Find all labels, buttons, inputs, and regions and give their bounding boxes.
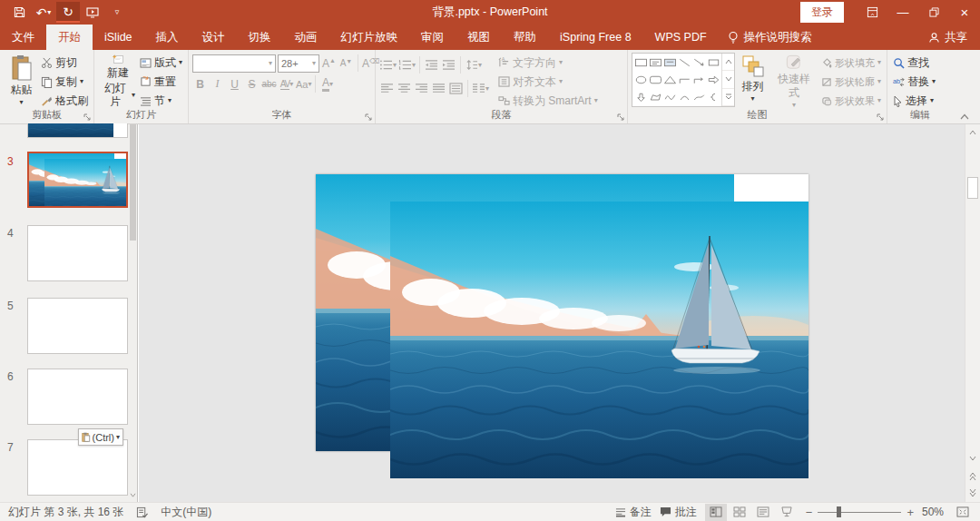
login-button[interactable]: 登录: [800, 2, 844, 23]
collapse-ribbon-button[interactable]: [960, 113, 969, 120]
minimize-button[interactable]: —: [887, 0, 918, 25]
zoom-slider-thumb[interactable]: [837, 506, 841, 517]
zoom-level[interactable]: 50%: [922, 506, 944, 518]
shape-outline-button[interactable]: 形状轮廓 ▾: [819, 73, 883, 91]
tab-wpspdf[interactable]: WPS PDF: [643, 25, 719, 50]
zoom-slider[interactable]: [818, 506, 901, 518]
underline-button[interactable]: U: [227, 75, 242, 93]
decrease-indent-button[interactable]: [424, 56, 439, 74]
slide-4-thumbnail[interactable]: [27, 225, 128, 281]
distribute-button[interactable]: [448, 80, 464, 98]
tab-slideshow[interactable]: 幻灯片放映: [329, 25, 410, 50]
copy-button[interactable]: 复制 ▾: [39, 73, 90, 91]
quick-styles-button[interactable]: 快速样式 ▾: [770, 53, 818, 111]
customize-qat-button[interactable]: ▿: [105, 2, 129, 23]
shape-block-arrow-down-icon[interactable]: [634, 92, 648, 103]
format-painter-button[interactable]: 格式刷: [39, 92, 90, 110]
shape-oval-icon[interactable]: [634, 74, 648, 85]
zoom-in-button[interactable]: +: [906, 506, 914, 519]
smartart-button[interactable]: 转换为 SmartArt ▾: [496, 92, 600, 110]
character-spacing-button[interactable]: AV▾: [279, 75, 294, 93]
slide-3-thumbnail[interactable]: [27, 152, 128, 208]
tab-transitions[interactable]: 切换: [237, 25, 283, 50]
select-button[interactable]: 选择 ▾: [891, 92, 937, 110]
shape-elbow-icon[interactable]: [678, 74, 691, 85]
slideshow-view-button[interactable]: [776, 504, 798, 521]
change-case-button[interactable]: Aa▾: [296, 75, 311, 93]
tab-help[interactable]: 帮助: [502, 25, 548, 50]
cut-button[interactable]: 剪切: [39, 54, 90, 72]
shape-textbox-alt-icon[interactable]: [663, 57, 677, 68]
zoom-out-button[interactable]: −: [806, 506, 813, 519]
shape-effects-button[interactable]: 形状效果 ▾: [819, 92, 883, 110]
shape-arrow-icon[interactable]: [692, 57, 706, 68]
shape-scribble-icon[interactable]: [663, 92, 677, 103]
fit-to-window-button[interactable]: [952, 504, 974, 521]
align-left-button[interactable]: [379, 80, 395, 98]
tab-home[interactable]: 开始: [46, 25, 93, 50]
tab-view[interactable]: 视图: [456, 25, 502, 50]
strikethrough-button[interactable]: S: [244, 75, 260, 93]
reset-button[interactable]: 重置: [138, 73, 184, 91]
line-spacing-button[interactable]: ▾: [465, 56, 482, 74]
shape-arc-icon[interactable]: [678, 92, 691, 103]
dialog-launcher-icon[interactable]: [877, 113, 884, 121]
scroll-down-button[interactable]: [965, 452, 980, 464]
section-button[interactable]: 节 ▾: [138, 92, 184, 110]
notes-button[interactable]: 备注: [615, 505, 652, 520]
spellcheck-icon[interactable]: [136, 506, 148, 518]
shapes-gallery[interactable]: [632, 53, 735, 107]
save-button[interactable]: [7, 2, 31, 23]
replace-button[interactable]: ab 替换 ▾: [891, 73, 937, 91]
ribbon-display-options-button[interactable]: [857, 0, 887, 25]
shape-brace-icon[interactable]: [707, 92, 720, 103]
tab-file[interactable]: 文件: [0, 25, 46, 50]
language-indicator[interactable]: 中文(中国): [161, 505, 211, 520]
dialog-launcher-icon[interactable]: [83, 113, 91, 121]
close-button[interactable]: ×: [949, 0, 980, 25]
justify-button[interactable]: [431, 80, 446, 98]
start-slideshow-button[interactable]: [81, 2, 104, 23]
font-color-button[interactable]: A▾: [319, 75, 335, 93]
align-right-button[interactable]: [414, 80, 429, 98]
bold-button[interactable]: B: [192, 75, 208, 93]
shape-textbox-icon[interactable]: [649, 57, 662, 68]
comments-button[interactable]: 批注: [660, 505, 697, 520]
shapes-more-button[interactable]: [722, 89, 734, 106]
font-name-combobox[interactable]: ▾: [192, 54, 276, 73]
shape-line-icon[interactable]: [678, 57, 691, 68]
shape-frame-icon[interactable]: [707, 57, 720, 68]
redo-button[interactable]: ↻: [56, 2, 80, 23]
tab-animations[interactable]: 动画: [283, 25, 329, 50]
undo-button[interactable]: ↶▾: [32, 2, 55, 23]
shape-block-arrow-right-icon[interactable]: [707, 74, 720, 85]
align-text-button[interactable]: 对齐文本 ▾: [496, 73, 600, 91]
canvas-scrollbar[interactable]: [965, 124, 980, 502]
bullets-button[interactable]: ▾: [379, 56, 397, 74]
normal-view-button[interactable]: [705, 504, 727, 521]
numbering-button[interactable]: ▾: [398, 56, 416, 74]
panel-scroll-down-button[interactable]: [129, 490, 137, 500]
new-slide-button[interactable]: 新建 幻灯片▾: [98, 53, 138, 111]
restore-button[interactable]: [918, 0, 949, 25]
layout-button[interactable]: 版式 ▾: [138, 54, 184, 72]
paste-options-button[interactable]: (Ctrl) ▾: [78, 428, 123, 446]
shape-rectangle-icon[interactable]: [634, 57, 648, 68]
arrange-button[interactable]: 排列 ▾: [735, 53, 770, 111]
paste-button[interactable]: 粘贴 ▾: [4, 53, 39, 111]
panel-scrollbar-thumb[interactable]: [130, 124, 136, 241]
shape-triangle-icon[interactable]: [663, 74, 677, 85]
italic-button[interactable]: I: [210, 75, 225, 93]
shape-rounded-rect-icon[interactable]: [649, 74, 662, 85]
shape-elbow-arrow-icon[interactable]: [692, 74, 706, 85]
shapes-scroll-up-button[interactable]: [722, 54, 734, 71]
tab-review[interactable]: 审阅: [409, 25, 456, 50]
scroll-up-button[interactable]: [965, 126, 980, 138]
slide-6-thumbnail[interactable]: [27, 369, 128, 425]
shape-curve-icon[interactable]: [692, 92, 706, 103]
previous-slide-button[interactable]: [965, 470, 980, 482]
slide-sorter-view-button[interactable]: [729, 504, 750, 521]
shapes-scroll-down-button[interactable]: [722, 71, 734, 88]
next-slide-button[interactable]: [965, 487, 980, 498]
canvas-scrollbar-thumb[interactable]: [967, 177, 978, 199]
